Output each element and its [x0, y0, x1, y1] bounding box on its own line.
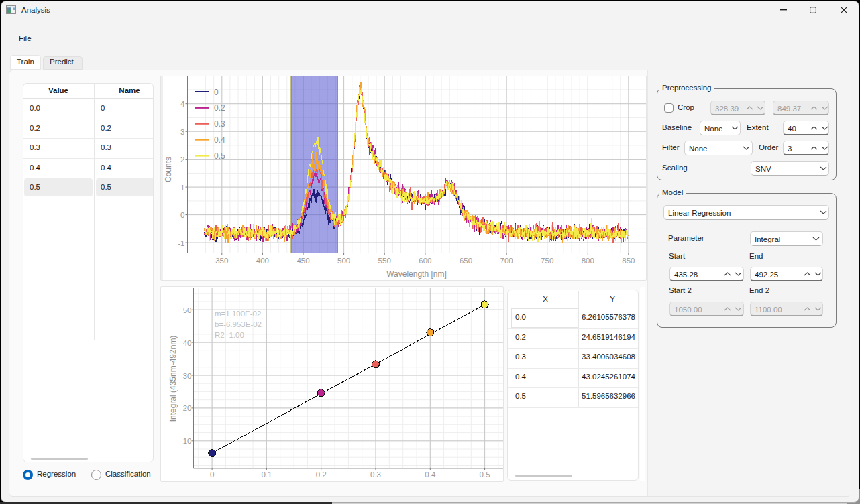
- svg-text:R2=1.00: R2=1.00: [215, 331, 244, 339]
- svg-text:m=1.100E-02: m=1.100E-02: [215, 310, 261, 318]
- svg-text:700: 700: [500, 257, 513, 265]
- svg-text:50: 50: [183, 306, 192, 314]
- svg-text:1: 1: [180, 184, 184, 192]
- svg-text:350: 350: [215, 257, 228, 265]
- svg-text:0.4: 0.4: [425, 470, 436, 479]
- svg-text:Counts: Counts: [164, 157, 173, 182]
- svg-text:0.5: 0.5: [214, 151, 225, 161]
- svg-text:800: 800: [582, 257, 594, 265]
- svg-text:0.3: 0.3: [214, 119, 225, 129]
- svg-text:0: 0: [210, 470, 214, 479]
- svg-text:0: 0: [214, 88, 219, 97]
- svg-text:4: 4: [180, 100, 185, 108]
- svg-text:0.3: 0.3: [370, 470, 381, 479]
- svg-text:Integral (435nm-492nm): Integral (435nm-492nm): [168, 336, 178, 422]
- svg-text:0.4: 0.4: [214, 135, 225, 145]
- svg-text:400: 400: [256, 257, 269, 265]
- svg-text:20: 20: [183, 404, 192, 412]
- svg-text:10: 10: [183, 437, 192, 445]
- svg-text:0: 0: [180, 211, 184, 219]
- svg-text:500: 500: [337, 257, 350, 265]
- svg-text:850: 850: [622, 257, 635, 265]
- svg-text:750: 750: [541, 257, 553, 265]
- svg-text:-1: -1: [178, 239, 184, 247]
- svg-text:650: 650: [460, 257, 472, 265]
- svg-text:40: 40: [183, 339, 192, 347]
- svg-text:0.2: 0.2: [214, 103, 225, 113]
- svg-text:550: 550: [378, 257, 391, 265]
- svg-text:b=-6.953E-02: b=-6.953E-02: [215, 320, 262, 328]
- svg-text:600: 600: [419, 257, 431, 265]
- svg-text:0.5: 0.5: [480, 470, 490, 479]
- svg-text:0.2: 0.2: [316, 470, 327, 479]
- svg-text:Wavelength [nm]: Wavelength [nm]: [386, 269, 447, 279]
- svg-text:30: 30: [183, 372, 192, 380]
- svg-text:0.1: 0.1: [261, 470, 272, 479]
- svg-text:3: 3: [180, 128, 184, 136]
- svg-text:2: 2: [180, 155, 184, 164]
- svg-text:450: 450: [297, 257, 309, 265]
